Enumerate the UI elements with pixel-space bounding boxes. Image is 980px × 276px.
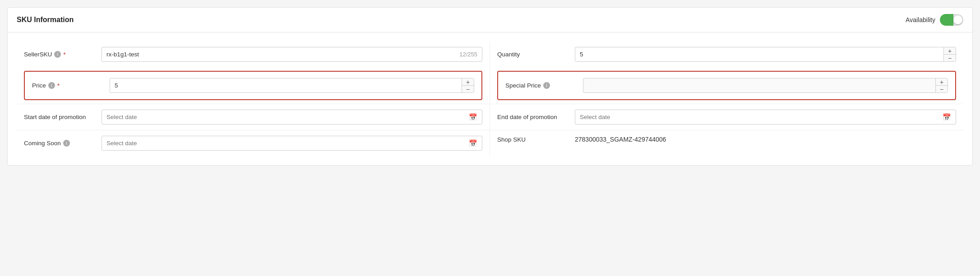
seller-sku-char-count: 12/255 (455, 47, 482, 61)
price-decrement-button[interactable]: − (462, 86, 474, 92)
quantity-input[interactable] (575, 47, 943, 61)
seller-sku-input-wrapper: 12/255 (102, 47, 482, 62)
special-price-increment-button[interactable]: + (936, 78, 948, 86)
seller-sku-info-icon[interactable]: i (54, 51, 61, 58)
price-required: * (57, 82, 60, 89)
special-price-label: Special Price i (505, 82, 578, 89)
availability-label: Availability (906, 16, 935, 23)
left-column: SellerSKU i * 12/255 Price i * (17, 41, 490, 156)
coming-soon-calendar-icon[interactable]: 📅 (464, 139, 482, 147)
end-date-row: End date of promotion 📅 (490, 104, 963, 130)
special-price-input[interactable] (583, 78, 935, 92)
quantity-row: Quantity + − (490, 41, 963, 67)
card-title: SKU Information (17, 16, 74, 24)
special-price-highlighted-container: Special Price i + − (490, 67, 963, 104)
card-body: SellerSKU i * 12/255 Price i * (8, 32, 972, 165)
price-highlighted-container: Price i * + − (17, 67, 490, 104)
card-header: SKU Information Availability (8, 8, 972, 32)
end-date-input[interactable] (575, 110, 938, 124)
special-price-input-wrapper: + − (583, 78, 948, 93)
end-date-input-wrapper: 📅 (575, 110, 956, 124)
end-date-label: End date of promotion (497, 114, 569, 120)
price-input[interactable] (110, 78, 462, 92)
seller-sku-row: SellerSKU i * 12/255 (17, 41, 490, 67)
availability-row: Availability (906, 14, 963, 26)
quantity-input-wrapper: + − (575, 47, 956, 62)
coming-soon-row: Coming Soon i 📅 (17, 130, 490, 156)
price-section-highlighted: Price i * + − (24, 71, 482, 100)
coming-soon-input-wrapper: 📅 (102, 136, 482, 151)
start-date-calendar-icon[interactable]: 📅 (464, 113, 482, 121)
coming-soon-input[interactable] (102, 136, 464, 150)
sku-information-card: SKU Information Availability SellerSKU i… (7, 7, 973, 166)
end-date-calendar-icon[interactable]: 📅 (938, 113, 956, 121)
seller-sku-input[interactable] (102, 47, 455, 61)
special-price-info-icon[interactable]: i (543, 82, 550, 89)
coming-soon-label: Coming Soon i (24, 140, 96, 147)
quantity-decrement-button[interactable]: − (944, 55, 956, 61)
price-info-icon[interactable]: i (48, 82, 55, 89)
coming-soon-info-icon[interactable]: i (63, 140, 70, 147)
shop-sku-row: Shop SKU 278300033_SGAMZ-429744006 (490, 130, 963, 148)
seller-sku-required: * (63, 51, 65, 58)
start-date-label: Start date of promotion (24, 114, 96, 120)
seller-sku-label: SellerSKU i * (24, 51, 96, 58)
availability-toggle[interactable] (940, 14, 963, 26)
special-price-row: Special Price i + − (498, 72, 955, 99)
shop-sku-value: 278300033_SGAMZ-429744006 (575, 136, 666, 143)
price-increment-button[interactable]: + (462, 78, 474, 86)
shop-sku-label: Shop SKU (497, 136, 569, 143)
right-column: Quantity + − Special Price i (490, 41, 963, 156)
quantity-stepper: + − (943, 47, 956, 61)
start-date-row: Start date of promotion 📅 (17, 104, 490, 130)
special-price-decrement-button[interactable]: − (936, 86, 948, 92)
quantity-label: Quantity (497, 51, 569, 58)
price-row: Price i * + − (25, 72, 481, 99)
price-input-wrapper: + − (110, 78, 474, 93)
quantity-increment-button[interactable]: + (944, 47, 956, 55)
start-date-input[interactable] (102, 110, 464, 124)
special-price-section-highlighted: Special Price i + − (497, 71, 956, 100)
start-date-input-wrapper: 📅 (102, 110, 482, 124)
price-stepper: + − (462, 78, 474, 92)
special-price-stepper: + − (935, 78, 948, 92)
price-label: Price i * (32, 82, 104, 89)
